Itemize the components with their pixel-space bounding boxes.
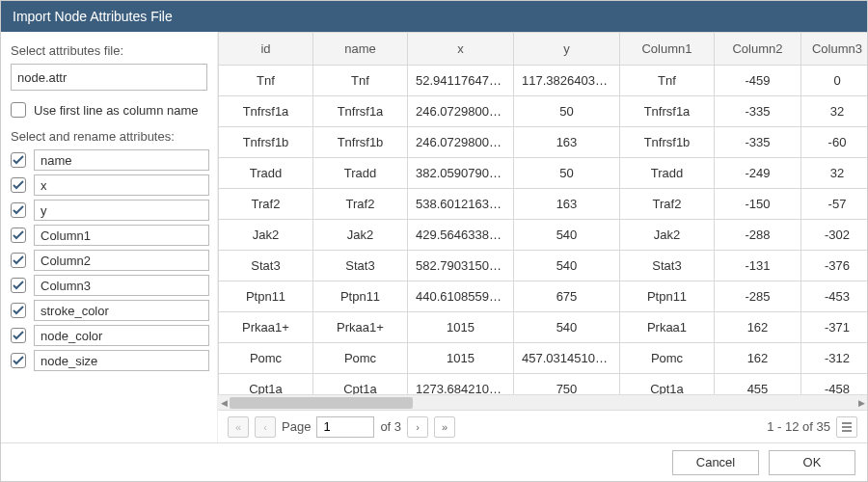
table-row[interactable]: Cpt1aCpt1a1273.6842105...750Cpt1a455-458 bbox=[219, 374, 868, 395]
attr-row bbox=[11, 325, 207, 346]
attr-name-input[interactable] bbox=[34, 200, 209, 221]
table-cell: 162 bbox=[715, 343, 801, 374]
attr-name-input[interactable] bbox=[34, 250, 209, 271]
table-cell: Tnfrsf1b bbox=[313, 127, 408, 158]
table-cell: 457.03145101... bbox=[514, 343, 620, 374]
column-header[interactable]: Column3 bbox=[801, 33, 868, 66]
attr-row bbox=[11, 275, 207, 296]
table-cell: 538.60121633... bbox=[408, 189, 514, 220]
table-cell: Tnf bbox=[219, 66, 313, 96]
attr-row bbox=[11, 250, 207, 271]
table-cell: -60 bbox=[801, 127, 868, 158]
table-cell: 750 bbox=[514, 374, 620, 395]
dialog-footer: Cancel OK bbox=[1, 442, 867, 481]
attr-checkbox[interactable] bbox=[11, 177, 26, 193]
attr-checkbox[interactable] bbox=[11, 202, 26, 218]
attr-checkbox[interactable] bbox=[11, 253, 26, 268]
table-cell: Tradd bbox=[313, 158, 408, 189]
table-row[interactable]: Ptpn11Ptpn11440.61085598...675Ptpn11-285… bbox=[219, 281, 868, 312]
column-header[interactable]: y bbox=[514, 33, 620, 66]
attr-checkbox[interactable] bbox=[11, 228, 26, 243]
table-row[interactable]: Tnfrsf1aTnfrsf1a246.07298001...50Tnfrsf1… bbox=[219, 96, 868, 127]
table-cell: -335 bbox=[715, 96, 801, 127]
cancel-button[interactable]: Cancel bbox=[672, 450, 759, 475]
table-cell: 162 bbox=[715, 312, 801, 343]
attr-name-input[interactable] bbox=[34, 325, 209, 346]
table-cell: 163 bbox=[514, 127, 620, 158]
table-cell: Ptpn11 bbox=[219, 281, 313, 312]
next-page-button[interactable]: › bbox=[407, 416, 428, 438]
rename-label: Select and rename attributes: bbox=[11, 129, 207, 144]
table-cell: Cpt1a bbox=[219, 374, 313, 395]
page-input[interactable] bbox=[316, 416, 374, 438]
file-input[interactable] bbox=[11, 64, 207, 91]
attr-name-input[interactable] bbox=[34, 149, 209, 171]
table-cell: Tnfrsf1a bbox=[219, 96, 313, 127]
scrollbar-thumb[interactable] bbox=[230, 397, 413, 409]
table-row[interactable]: Prkaa1+Prkaa1+1015540Prkaa1162-371 bbox=[219, 312, 868, 343]
page-label: Page bbox=[282, 419, 311, 434]
attr-name-input[interactable] bbox=[34, 225, 209, 246]
column-header[interactable]: id bbox=[219, 33, 313, 66]
attr-name-input[interactable] bbox=[34, 350, 209, 371]
use-first-line-checkbox[interactable] bbox=[11, 102, 26, 118]
dialog-title: Import Node Attributes File bbox=[1, 1, 867, 32]
table-cell: Jak2 bbox=[313, 220, 408, 251]
column-header[interactable]: Column1 bbox=[620, 33, 715, 66]
table-cell: Pomc bbox=[620, 343, 715, 374]
attr-checkbox[interactable] bbox=[11, 328, 26, 343]
data-table: idnamexyColumn1Column2Column3 TnfTnf52.9… bbox=[218, 32, 867, 394]
table-row[interactable]: Jak2Jak2429.56463384...540Jak2-288-302 bbox=[219, 220, 868, 251]
column-header[interactable]: name bbox=[313, 33, 408, 66]
column-header[interactable]: x bbox=[408, 33, 514, 66]
table-row[interactable]: Stat3Stat3582.79031508...540Stat3-131-37… bbox=[219, 251, 868, 281]
table-cell: Pomc bbox=[219, 343, 313, 374]
table-cell: -249 bbox=[715, 158, 801, 189]
table-cell: Tnfrsf1a bbox=[313, 96, 408, 127]
page-range: 1 - 12 of 35 bbox=[767, 419, 830, 434]
table-cell: 50 bbox=[514, 96, 620, 127]
table-cell: 540 bbox=[514, 312, 620, 343]
scroll-left-icon[interactable]: ◀ bbox=[218, 395, 230, 411]
table-cell: -57 bbox=[801, 189, 868, 220]
attr-checkbox[interactable] bbox=[11, 278, 26, 293]
attr-row bbox=[11, 200, 207, 221]
left-panel: Select attributes file: Use first line a… bbox=[1, 32, 218, 442]
table-cell: -302 bbox=[801, 220, 868, 251]
menu-icon[interactable] bbox=[836, 416, 857, 438]
attr-checkbox[interactable] bbox=[11, 152, 26, 168]
table-cell: 246.07298001... bbox=[408, 127, 514, 158]
attr-name-input[interactable] bbox=[34, 300, 209, 321]
table-row[interactable]: Tnfrsf1bTnfrsf1b246.07298001...163Tnfrsf… bbox=[219, 127, 868, 158]
table-cell: -312 bbox=[801, 343, 868, 374]
table-cell: Stat3 bbox=[219, 251, 313, 281]
table-row[interactable]: PomcPomc1015457.03145101...Pomc162-312 bbox=[219, 343, 868, 374]
first-page-button[interactable]: « bbox=[228, 416, 249, 438]
file-label: Select attributes file: bbox=[11, 43, 207, 58]
attr-name-input[interactable] bbox=[34, 275, 209, 296]
table-cell: 117.38264035... bbox=[514, 66, 620, 96]
table-cell: Cpt1a bbox=[313, 374, 408, 395]
scroll-right-icon[interactable]: ▶ bbox=[855, 395, 867, 411]
attr-checkbox[interactable] bbox=[11, 303, 26, 318]
prev-page-button[interactable]: ‹ bbox=[255, 416, 276, 438]
table-cell: -131 bbox=[715, 251, 801, 281]
horizontal-scrollbar[interactable]: ◀ ▶ bbox=[218, 394, 867, 410]
table-row[interactable]: TnfTnf52.941176470...117.38264035...Tnf-… bbox=[219, 66, 868, 96]
table-cell: 0 bbox=[801, 66, 868, 96]
table-row[interactable]: TraddTradd382.05907906...50Tradd-24932 bbox=[219, 158, 868, 189]
table-cell: 32 bbox=[801, 158, 868, 189]
of-label: of 3 bbox=[380, 419, 401, 434]
attr-row bbox=[11, 350, 207, 371]
ok-button[interactable]: OK bbox=[769, 450, 855, 475]
column-header[interactable]: Column2 bbox=[715, 33, 801, 66]
last-page-button[interactable]: » bbox=[434, 416, 455, 438]
table-cell: -150 bbox=[715, 189, 801, 220]
attr-name-input[interactable] bbox=[34, 174, 209, 196]
table-cell: Traf2 bbox=[620, 189, 715, 220]
attr-checkbox[interactable] bbox=[11, 353, 26, 368]
table-cell: Tnfrsf1a bbox=[620, 96, 715, 127]
table-cell: 582.79031508... bbox=[408, 251, 514, 281]
table-cell: Jak2 bbox=[219, 220, 313, 251]
table-row[interactable]: Traf2Traf2538.60121633...163Traf2-150-57 bbox=[219, 189, 868, 220]
